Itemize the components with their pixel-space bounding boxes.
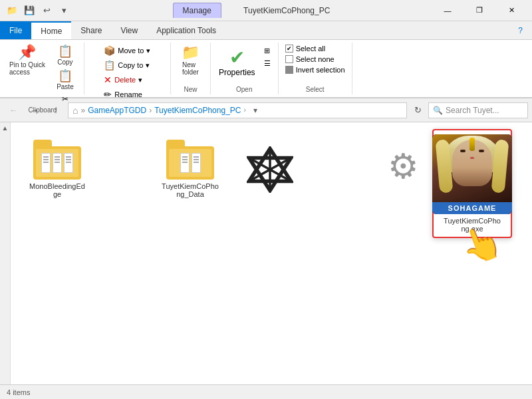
copy-to-icon: 📋 [104,60,115,70]
new-label: New [184,84,197,93]
address-bar: ← → ↑ ⌂ » GameAppTGDD › TuyetKiemCoPhong… [0,98,532,122]
pin-to-quick-access-button[interactable]: 📌 Pin to Quickaccess [5,44,49,77]
address-path[interactable]: ⌂ » GameAppTGDD › TuyetKiemCoPhong_PC › … [68,102,407,118]
path-sep-1: » [80,106,85,115]
search-icon: 🔍 [433,106,443,115]
pin-label: Pin to Quickaccess [9,61,45,76]
paste-icon: 📋 [58,70,72,82]
path-part-home[interactable]: GameAppTGDD [88,106,146,115]
path-dropdown-button[interactable]: ▾ [249,106,262,115]
checkmark-icon: ✔ [229,47,245,68]
clipboard-group: 📌 Pin to Quickaccess 📋 Copy 📋 Paste ✂ Cl… [1,43,84,94]
folder-name-mono: MonoBleedingEdge [28,182,86,198]
folder-body-data [166,146,214,180]
sohagame-badge: SOHAGAME [432,202,512,214]
paste-button[interactable]: 📋 Paste [51,68,80,92]
folder-paper-2 [53,153,62,173]
refresh-button[interactable]: ↻ [410,102,426,118]
gear-file[interactable]: ⚙ [370,142,436,202]
exe-file[interactable]: SOHAGAME TuyetKiemCoPhong.exe 👆 [432,129,512,238]
title-bar: 📁 💾 ↩ ▾ Manage TuyetKiemCoPhong_PC — ❐ ✕ [0,0,532,21]
folder-icon-data [166,140,214,180]
folder-inner [36,149,78,177]
open-extra-1[interactable]: ⊞ [261,45,274,57]
paste-label: Paste [57,83,74,90]
properties-button[interactable]: ✔ Properties [215,44,259,80]
ribbon-tabs: File Home Share View Application Tools ? [0,21,532,40]
properties-icon: ✔ [226,47,247,68]
folder-tuyetkiemcophong-data[interactable]: TuyetKiemCoPhong_Data [157,136,223,202]
delete-button[interactable]: ✕ Delete ▾ [100,73,146,86]
path-sep-2: › [149,106,152,115]
new-buttons: 📁 Newfolder [176,44,205,84]
delete-label: Delete [114,76,136,84]
help-button[interactable]: ? [509,21,532,39]
unity-file[interactable] [237,142,303,202]
select-group: ✔ Select all Select none Invert selectio… [279,43,352,94]
rename-button[interactable]: ✏ Rename [100,88,146,101]
folder-paper-1 [41,153,51,173]
organize-group: 📦 Move to ▾ 📋 Copy to ▾ ✕ Delete ▾ ✏ Ren… [84,43,171,94]
tab-home[interactable]: Home [31,21,71,39]
exe-icon: SOHAGAME [432,134,512,214]
open-secondary: ⊞ ☰ [261,44,274,69]
list-icon: ☰ [264,59,271,68]
folder-paper-3 [64,153,73,173]
title-bar-icons: 📁 💾 ↩ ▾ [5,4,70,17]
up-button[interactable]: ↑ [47,101,65,120]
tab-share[interactable]: Share [71,21,111,39]
rename-icon: ✏ [104,89,112,100]
folder-body [33,146,81,180]
copy-button[interactable]: 📋 Copy [51,44,80,67]
quick-access-icon: 📁 [5,4,19,17]
pin-icon: 📌 [18,45,36,60]
select-none-label: Select none [296,55,334,63]
folder-paper-d2 [192,153,201,173]
path-part-current[interactable]: TuyetKiemCoPhong_PC [154,106,241,115]
delete-icon: ✕ [104,74,112,85]
file-area: ▲ MonoBleedingEdge [0,122,532,384]
properties-label: Properties [219,68,255,77]
select-label: Select [306,84,325,93]
select-all-button[interactable]: ✔ Select all [283,44,348,53]
tab-application-tools[interactable]: Application Tools [147,21,225,39]
scroll-left: ▲ [0,122,11,384]
select-none-button[interactable]: Select none [283,55,348,64]
folder-paper-d1 [180,153,190,173]
path-dropdown-arrow[interactable]: › [243,106,245,114]
scroll-up-arrow[interactable]: ▲ [0,122,11,133]
new-folder-button[interactable]: 📁 Newfolder [176,44,205,77]
copy-to-label: Copy to [118,61,143,69]
open-extra-2[interactable]: ☰ [261,58,274,69]
move-to-button[interactable]: 📦 Move to ▾ [100,44,154,57]
folder-papers [41,153,73,173]
invert-selection-button[interactable]: Invert selection [283,65,348,74]
forward-button[interactable]: → [25,101,44,120]
copy-label: Copy [57,59,72,66]
dropdown-icon[interactable]: ▾ [57,4,70,17]
grid-icon: ⊞ [264,47,270,55]
new-folder-icon: 📁 [182,45,200,60]
restore-button[interactable]: ❐ [464,0,495,21]
gear-icon: ⚙ [383,146,423,186]
search-box[interactable]: 🔍 Search Tuyet... [428,102,528,118]
copy-to-button[interactable]: 📋 Copy to ▾ [100,59,153,72]
open-buttons: ✔ Properties ⊞ ☰ [215,44,274,84]
invert-selection-label: Invert selection [296,66,345,74]
manage-tab[interactable]: Manage [173,3,221,18]
save-icon: 💾 [23,4,36,17]
folder-inner-data [169,149,211,177]
close-button[interactable]: ✕ [496,0,527,21]
minimize-button[interactable]: — [432,0,463,21]
back-button[interactable]: ← [4,101,23,120]
tab-view[interactable]: View [111,21,147,39]
folder-papers-data [180,153,201,173]
tab-file[interactable]: File [0,21,31,39]
clipboard-buttons: 📌 Pin to Quickaccess 📋 Copy 📋 Paste ✂ [5,44,80,105]
undo-icon: ↩ [40,4,53,17]
rename-label: Rename [114,90,142,98]
clipboard-secondary: 📋 Copy 📋 Paste ✂ [51,44,80,105]
select-buttons: ✔ Select all Select none Invert selectio… [283,44,348,84]
folder-monobleedingedge[interactable]: MonoBleedingEdge [24,136,90,202]
path-arrow-icon: ⌂ [72,105,78,116]
